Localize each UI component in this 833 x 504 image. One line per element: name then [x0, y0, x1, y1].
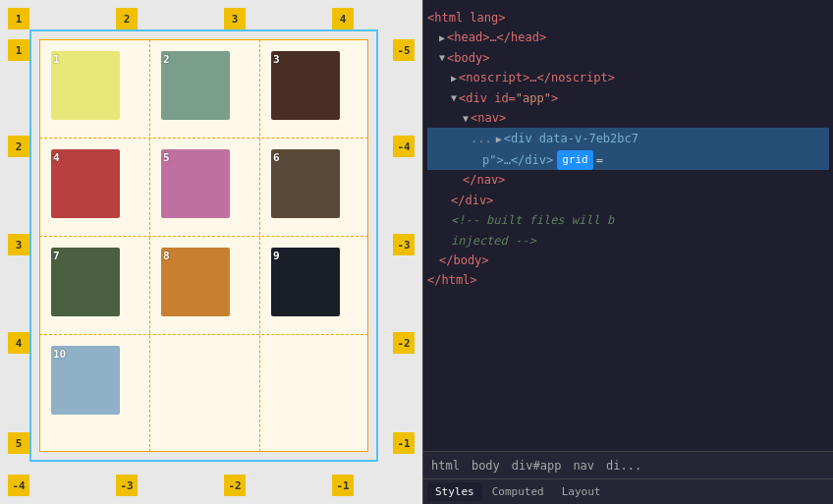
tree-comment-1: <!-- built files will b	[427, 210, 829, 230]
axis-col-4: 4	[332, 8, 354, 29]
grid-panel: 1 2 3 4 5 6 7 8	[0, 0, 422, 504]
tree-div-close[interactable]: </div>	[427, 191, 829, 210]
tree-nav-close[interactable]: </nav>	[427, 170, 829, 190]
tag-head: <head>…</head>	[447, 28, 546, 47]
comment-injected: injected -->	[451, 231, 536, 251]
axis-row-neg2: -2	[393, 332, 415, 354]
tag-p: p">…</div>	[482, 150, 553, 170]
tab-div-app[interactable]: div#app	[512, 457, 562, 475]
axis-row-2: 2	[8, 136, 29, 157]
tag-div-data: <div data-v-7eb2bc7	[504, 129, 639, 148]
axis-row-neg3: -3	[393, 234, 415, 255]
triangle-noscript: ▶	[451, 70, 457, 86]
triangle-nav: ▼	[463, 110, 469, 127]
tree-noscript[interactable]: ▶ <noscript>…</noscript>	[427, 68, 829, 87]
style-tab-layout[interactable]: Layout	[554, 482, 609, 501]
tree-html-close[interactable]: </html>	[427, 270, 829, 290]
badge-equals: =	[596, 150, 603, 170]
attr-app: "app"	[516, 88, 551, 108]
tree-body[interactable]: ▼ <body>	[427, 48, 829, 68]
tree-head[interactable]: ▶ <head>…</head>	[427, 28, 829, 47]
style-tab-styles[interactable]: Styles	[427, 482, 482, 501]
axis-col-3: 3	[224, 8, 246, 29]
devtools-panel: <html lang> ▶ <head>…</head> ▼ <body> ▶ …	[422, 0, 833, 504]
tree-html[interactable]: <html lang>	[427, 8, 829, 28]
axis-col-1: 1	[8, 8, 29, 29]
tree-comment-2: injected -->	[427, 231, 829, 251]
dots: ...	[471, 129, 492, 148]
axis-col-neg1: -1	[332, 475, 354, 496]
tag-div-app-close: >	[551, 88, 558, 108]
triangle-div-app: ▼	[451, 89, 457, 106]
tag-body-close: </body>	[439, 251, 489, 270]
triangle-div-data: ▶	[496, 131, 502, 147]
tree-p[interactable]: p">…</div> grid =	[427, 150, 829, 171]
tag-html-close: </html>	[427, 270, 477, 290]
triangle-body: ▼	[439, 49, 445, 66]
axis-row-neg1: -1	[393, 432, 415, 454]
axis-row-neg4: -4	[393, 136, 415, 157]
tree-div-data[interactable]: ... ▶ <div data-v-7eb2bc7	[427, 128, 829, 149]
tag-div-close: </div>	[451, 191, 493, 210]
axis-row-1: 1	[8, 39, 29, 61]
tree-div-app[interactable]: ▼ <div id="app">	[427, 88, 829, 108]
tag-body: <body>	[447, 48, 489, 68]
axis-row-neg5: -5	[393, 39, 415, 61]
tree-nav[interactable]: ▼ <nav>	[427, 108, 829, 128]
devtools-tree: <html lang> ▶ <head>…</head> ▼ <body> ▶ …	[423, 0, 833, 451]
triangle-head: ▶	[439, 29, 445, 46]
tag-nav: <nav>	[471, 108, 506, 128]
devtools-breadcrumb-tabs: html body div#app nav di...	[423, 451, 833, 478]
tab-nav[interactable]: nav	[573, 457, 594, 475]
axis-col-neg3: -3	[116, 475, 138, 496]
axis-row-4: 4	[8, 332, 29, 354]
badge-grid: grid	[557, 150, 593, 171]
tag-html: <html lang>	[427, 8, 505, 28]
style-tab-computed[interactable]: Computed	[484, 482, 552, 501]
axis-col-neg2: -2	[224, 475, 246, 496]
comment-built: <!-- built files will b	[451, 210, 614, 230]
tab-html[interactable]: html	[431, 457, 460, 475]
tab-div[interactable]: di...	[606, 457, 641, 475]
axis-col-neg4: -4	[8, 475, 29, 496]
tree-body-close[interactable]: </body>	[427, 251, 829, 270]
tag-noscript: <noscript>…</noscript>	[459, 68, 615, 87]
axis-col-2: 2	[116, 8, 138, 29]
grid-outer-border	[29, 29, 378, 462]
tag-div-app: <div id=	[459, 88, 516, 108]
tag-nav-close: </nav>	[463, 170, 505, 190]
style-tabs: Styles Computed Layout	[423, 478, 833, 504]
axis-row-5: 5	[8, 432, 29, 454]
axis-row-3: 3	[8, 234, 29, 255]
tab-body[interactable]: body	[472, 457, 500, 475]
